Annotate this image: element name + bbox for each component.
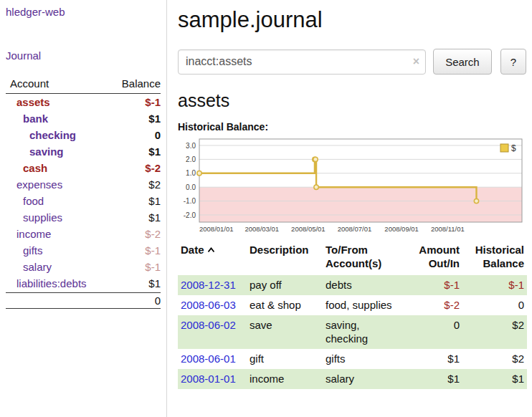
transaction-date-cell: 2008-06-01 — [178, 349, 247, 369]
svg-text:2008/11/01: 2008/11/01 — [431, 225, 465, 233]
account-row: food$1 — [6, 193, 161, 209]
transaction-date-cell: 2008-01-01 — [178, 369, 247, 389]
transaction-date-cell: 2008-06-02 — [178, 315, 247, 349]
account-row: assets$-1 — [6, 94, 161, 110]
svg-text:2008/07/01: 2008/07/01 — [338, 225, 372, 233]
transaction-row: 2008-01-01incomesalary$1$1 — [178, 369, 527, 389]
description-column-header: Description — [247, 241, 323, 275]
svg-text:2008/03/01: 2008/03/01 — [245, 225, 280, 233]
transaction-accounts: salary — [323, 369, 406, 389]
historical-balance-chart: 3.02.01.00.0-1.0-2.02008/01/012008/03/01… — [178, 135, 527, 236]
account-row: supplies$1 — [6, 209, 161, 226]
page-title: sample.journal — [178, 7, 526, 33]
sidebar-account-link[interactable]: salary — [6, 261, 52, 273]
sidebar-account-link[interactable]: checking — [6, 129, 76, 141]
svg-text:-2.0: -2.0 — [184, 211, 196, 219]
sidebar-account-balance: $-2 — [145, 228, 161, 240]
app-title-link[interactable]: hledger-web — [6, 6, 161, 18]
transaction-description: eat & shop — [247, 295, 323, 315]
transaction-balance: $2 — [462, 349, 527, 369]
transaction-description: pay off — [247, 275, 323, 295]
sidebar-account-balance: $-1 — [145, 261, 161, 273]
account-row: income$-2 — [6, 226, 161, 242]
transaction-date-cell: 2008-06-03 — [178, 295, 247, 315]
svg-text:0.0: 0.0 — [186, 183, 196, 191]
account-column-header: Account — [10, 77, 49, 90]
sidebar-account-balance: $2 — [148, 178, 161, 191]
accounts-table-header: Account Balance — [6, 76, 161, 94]
sidebar-account-link[interactable]: supplies — [6, 211, 62, 224]
svg-text:2008/01/01: 2008/01/01 — [199, 225, 234, 233]
sidebar-account-link[interactable]: food — [6, 195, 44, 207]
accounts-total-value: 0 — [155, 294, 161, 307]
transactions-header-row: Date Description To/From Account(s) Amou… — [178, 241, 527, 275]
sidebar-account-link[interactable]: saving — [6, 145, 64, 158]
transaction-balance: $2 — [462, 315, 527, 349]
transaction-description: gift — [247, 349, 323, 369]
transaction-row: 2008-06-03eat & shopfood, supplies$-20 — [178, 295, 527, 315]
sidebar-account-balance: 0 — [155, 129, 161, 141]
sidebar-account-balance: $1 — [148, 145, 161, 158]
sidebar-account-link[interactable]: gifts — [6, 244, 43, 257]
sidebar-account-balance: $1 — [148, 195, 161, 207]
account-row: bank$1 — [6, 110, 161, 127]
search-button[interactable]: Search — [433, 49, 492, 75]
transaction-date-link[interactable]: 2008-06-02 — [181, 319, 236, 331]
transaction-amount: $1 — [406, 369, 462, 389]
section-title: assets — [178, 90, 526, 111]
accounts-table: Account Balance assets$-1bank$1checking0… — [6, 76, 161, 309]
date-column-header[interactable]: Date — [178, 241, 247, 275]
account-row: gifts$-1 — [6, 242, 161, 259]
transaction-date-link[interactable]: 2008-12-31 — [181, 279, 236, 291]
transaction-balance: $1 — [462, 369, 527, 389]
transaction-accounts: gifts — [323, 349, 406, 369]
sidebar-account-link[interactable]: income — [6, 228, 51, 240]
sidebar-account-link[interactable]: bank — [6, 112, 48, 125]
transaction-accounts: debts — [323, 275, 406, 295]
transaction-date-cell: 2008-12-31 — [178, 275, 247, 295]
sidebar-account-link[interactable]: cash — [6, 162, 47, 174]
accounts-total-row: 0 — [6, 292, 161, 309]
svg-text:2008/09/01: 2008/09/01 — [384, 225, 419, 233]
search-input-wrap: × — [178, 49, 426, 75]
transaction-amount: $-2 — [406, 295, 462, 315]
sidebar: hledger-web Journal Account Balance asse… — [0, 0, 167, 417]
accounts-column-header: To/From Account(s) — [323, 241, 406, 275]
transaction-balance: $-1 — [462, 275, 527, 295]
sidebar-account-balance: $1 — [148, 211, 161, 224]
clear-search-icon[interactable]: × — [413, 54, 419, 69]
transaction-date-link[interactable]: 2008-06-01 — [181, 353, 236, 365]
transaction-date-link[interactable]: 2008-06-03 — [181, 299, 236, 311]
svg-text:$: $ — [511, 143, 516, 153]
sidebar-account-link[interactable]: liabilities:debts — [6, 277, 87, 289]
sidebar-item-journal[interactable]: Journal — [6, 49, 161, 62]
account-row: checking0 — [6, 127, 161, 143]
transaction-row: 2008-06-02savesaving, checking0$2 — [178, 315, 527, 349]
amount-column-header: Amount Out/In — [406, 241, 462, 275]
transaction-row: 2008-06-01giftgifts$1$2 — [178, 349, 527, 369]
svg-text:2008/05/01: 2008/05/01 — [291, 225, 326, 233]
sidebar-account-balance: $1 — [148, 277, 161, 289]
transaction-amount: 0 — [406, 315, 462, 349]
search-input[interactable] — [178, 49, 426, 75]
transaction-row: 2008-12-31pay offdebts$-1$-1 — [178, 275, 527, 295]
balance-column-header: Balance — [122, 77, 161, 90]
chart-title: Historical Balance: — [178, 121, 526, 133]
accounts-rows: assets$-1bank$1checking0saving$1cash$-2e… — [6, 94, 161, 292]
help-button[interactable]: ? — [500, 49, 526, 75]
sidebar-account-link[interactable]: assets — [6, 96, 50, 108]
sidebar-account-balance: $1 — [148, 112, 161, 125]
sidebar-account-balance: $-2 — [145, 162, 161, 174]
balance-column-header-txns: Historical Balance — [462, 241, 527, 275]
transaction-amount: $-1 — [406, 275, 462, 295]
transaction-balance: 0 — [462, 295, 527, 315]
account-row: salary$-1 — [6, 259, 161, 275]
account-row: cash$-2 — [6, 160, 161, 176]
sort-ascending-icon — [207, 247, 215, 253]
transaction-amount: $1 — [406, 349, 462, 369]
account-row: saving$1 — [6, 143, 161, 160]
svg-text:1.0: 1.0 — [186, 169, 196, 177]
transaction-date-link[interactable]: 2008-01-01 — [181, 373, 236, 385]
svg-text:3.0: 3.0 — [186, 142, 196, 150]
sidebar-account-link[interactable]: expenses — [6, 178, 62, 191]
